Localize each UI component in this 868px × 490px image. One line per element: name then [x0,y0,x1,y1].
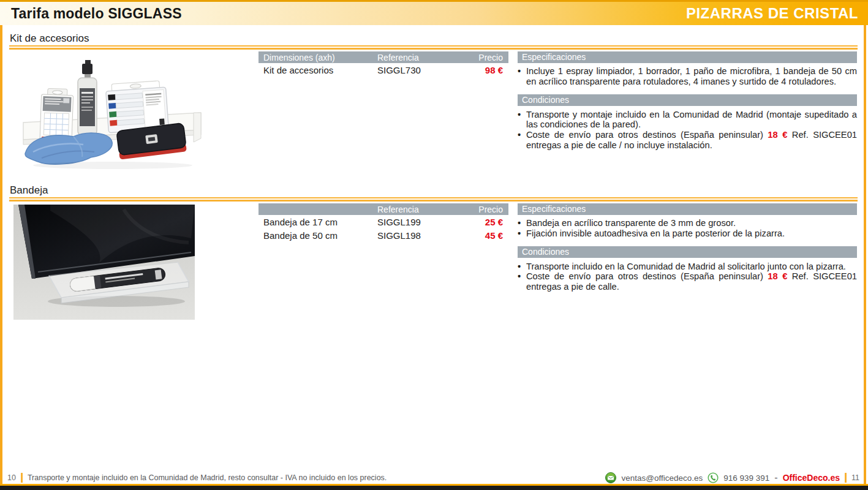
col-referencia: Referencia [377,53,468,62]
page-footer: 10 Transporte y montaje incluido en la C… [0,471,868,484]
email-link[interactable]: ventas@officedeco.es [621,473,703,483]
section-heading-kit: Kit de accesorios [10,32,89,45]
table-row: Kit de accesorios SIGGL730 98 € [259,63,508,77]
product-ref: SIGGL198 [377,230,468,241]
page-title: Tarifa modelo SIGGLASS [11,6,182,22]
product-name: Bandeja de 17 cm [263,217,377,227]
product-ref: SIGGL730 [377,65,468,75]
footer-divider [21,473,23,483]
page-left-border [0,0,2,485]
condiciones-bar: Condiciones [518,246,857,258]
footer-separator: - [774,472,777,483]
product-ref: SIGGL199 [377,217,468,227]
phone-number: 916 939 391 [723,473,769,483]
table-header-row: Dimensiones (axh) Referencia Precio [259,51,508,63]
product-price: 98 € [468,65,503,75]
table-row: Bandeja de 17 cm SIGGL199 25 € [259,215,508,228]
phone-icon [708,472,719,483]
bullet-icon: • [518,66,522,87]
section-heading-bandeja: Bandeja [10,184,48,197]
kit-info-panel: Especificaciones • Incluye 1 espray limp… [518,51,857,151]
product-price: 25 € [468,217,503,227]
especificaciones-bar: Especificaciones [518,51,857,63]
list-item: • Bandeja en acrílico transparente de 3 … [518,218,857,228]
list-item: • Coste de envío para otros destinos (Es… [518,271,857,292]
page-header: Tarifa modelo SIGGLASS PIZARRAS DE CRIST… [0,0,868,25]
list-item: • Fijación invisible autoadhesiva en la … [518,228,857,239]
page-number-left: 10 [7,473,16,482]
col-precio: Precio [468,53,503,62]
product-name: Kit de accesorios [263,65,377,75]
bullet-icon: • [518,228,522,239]
product-price: 45 € [468,230,503,241]
category-title: PIZARRAS DE CRISTAL [686,5,858,22]
footer-note: Transporte y montaje incluido en la Comu… [28,473,387,482]
bullet-icon: • [518,218,522,228]
list-item: • Incluye 1 espray limpiador, 1 borrador… [518,66,857,87]
bandeja-price-table: Referencia Precio Bandeja de 17 cm SIGGL… [259,203,508,242]
col-referencia: Referencia [377,205,468,214]
list-item: • Transporte incluido en la Comunidad de… [518,262,857,272]
page-number-right: 11 [851,473,859,482]
table-header-row: Referencia Precio [259,203,508,215]
section-rule [9,197,858,202]
bullet-icon: • [518,130,522,151]
price-highlight: 18 € [768,271,787,281]
footer-divider [845,473,847,483]
catalog-page: Tarifa modelo SIGGLASS PIZARRAS DE CRIST… [0,0,868,490]
table-row: Bandeja de 50 cm SIGGL198 45 € [259,228,508,242]
condiciones-list: • Transporte y montaje incluido en la Co… [518,110,857,151]
especificaciones-bar: Especificaciones [518,203,857,215]
section-rule [9,45,858,50]
bullet-icon: • [518,110,522,130]
especificaciones-list: • Incluye 1 espray limpiador, 1 borrador… [518,66,857,87]
kit-accesorios-photo [15,53,208,174]
page-right-border [864,0,866,485]
bullet-icon: • [518,271,522,292]
bandeja-photo [13,205,195,320]
price-highlight: 18 € [768,130,787,140]
bullet-icon: • [518,262,522,272]
kit-price-table: Dimensiones (axh) Referencia Precio Kit … [259,51,508,77]
condiciones-bar: Condiciones [518,94,857,106]
bottom-black-bar [0,486,868,490]
product-name: Bandeja de 50 cm [263,230,377,241]
list-item: • Transporte y montaje incluido en la Co… [518,110,857,130]
bandeja-info-panel: Especificaciones • Bandeja en acrílico t… [518,203,857,292]
especificaciones-list: • Bandeja en acrílico transparente de 3 … [518,218,857,239]
brand-link[interactable]: OfficeDeco.es [783,473,840,483]
marker-pack [105,80,168,133]
condiciones-list: • Transporte incluido en la Comunidad de… [518,262,857,292]
col-dimensiones: Dimensiones (axh) [263,53,377,62]
list-item: • Coste de envío para otros destinos (Es… [518,130,857,151]
col-precio: Precio [468,205,503,214]
email-icon [605,472,616,483]
spray-bottle [78,60,97,135]
